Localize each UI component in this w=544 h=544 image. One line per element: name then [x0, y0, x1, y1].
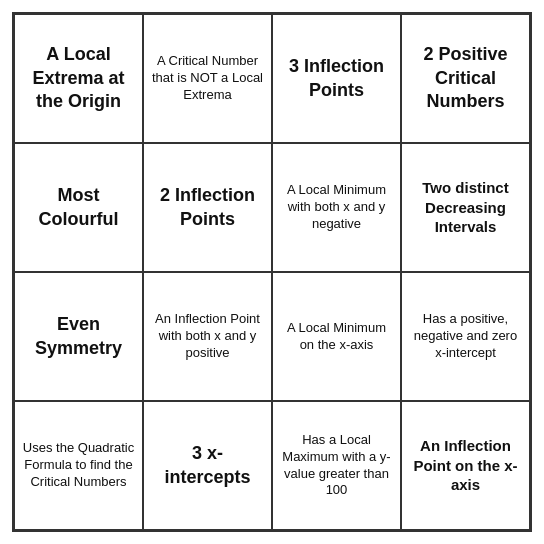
- bingo-card: A Local Extrema at the OriginA Critical …: [12, 12, 532, 532]
- bingo-cell-r3c1[interactable]: 3 x-intercepts: [143, 401, 272, 530]
- bingo-cell-r0c1[interactable]: A Critical Number that is NOT a Local Ex…: [143, 14, 272, 143]
- bingo-cell-r2c3[interactable]: Has a positive, negative and zero x-inte…: [401, 272, 530, 401]
- bingo-cell-r1c3[interactable]: Two distinct Decreasing Intervals: [401, 143, 530, 272]
- bingo-cell-r2c0[interactable]: Even Symmetry: [14, 272, 143, 401]
- bingo-cell-r3c3[interactable]: An Inflection Point on the x-axis: [401, 401, 530, 530]
- bingo-cell-r1c2[interactable]: A Local Minimum with both x and y negati…: [272, 143, 401, 272]
- bingo-cell-r0c2[interactable]: 3 Inflection Points: [272, 14, 401, 143]
- bingo-grid: A Local Extrema at the OriginA Critical …: [14, 14, 530, 530]
- bingo-cell-r0c0[interactable]: A Local Extrema at the Origin: [14, 14, 143, 143]
- bingo-cell-r1c0[interactable]: Most Colourful: [14, 143, 143, 272]
- bingo-cell-r2c1[interactable]: An Inflection Point with both x and y po…: [143, 272, 272, 401]
- bingo-cell-r0c3[interactable]: 2 Positive Critical Numbers: [401, 14, 530, 143]
- bingo-cell-r1c1[interactable]: 2 Inflection Points: [143, 143, 272, 272]
- bingo-cell-r3c2[interactable]: Has a Local Maximum with a y-value great…: [272, 401, 401, 530]
- bingo-cell-r2c2[interactable]: A Local Minimum on the x-axis: [272, 272, 401, 401]
- bingo-cell-r3c0[interactable]: Uses the Quadratic Formula to find the C…: [14, 401, 143, 530]
